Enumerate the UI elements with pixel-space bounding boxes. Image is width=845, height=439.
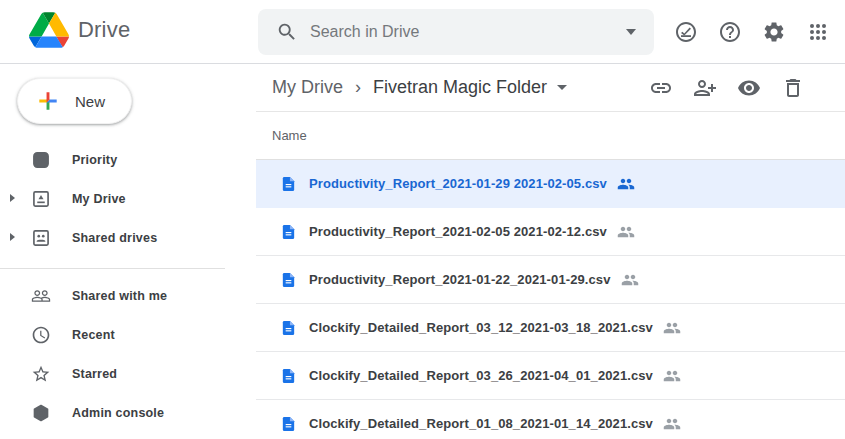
sidebar-item-label: My Drive — [72, 192, 126, 206]
file-name: Clockify_Detailed_Report_01_08_2021-01_1… — [309, 416, 653, 431]
breadcrumb-parent[interactable]: My Drive — [272, 77, 343, 98]
priority-icon — [31, 150, 51, 170]
file-row[interactable]: Clockify_Detailed_Report_03_12_2021-03_1… — [256, 304, 845, 352]
folder-toolbar: My Drive › Fivetran Magic Folder — [256, 64, 845, 112]
shared-people-icon — [617, 175, 635, 193]
folder-menu-caret-icon[interactable] — [557, 85, 567, 90]
sidebar-item-priority[interactable]: Priority — [0, 140, 256, 179]
help-icon[interactable] — [718, 20, 742, 44]
sidebar-item-label: Priority — [72, 153, 117, 167]
file-row[interactable]: Clockify_Detailed_Report_01_08_2021-01_1… — [256, 400, 845, 439]
sidebar-item-my-drive[interactable]: My Drive — [0, 179, 256, 218]
file-row[interactable]: Clockify_Detailed_Report_03_26_2021-04_0… — [256, 352, 845, 400]
file-row[interactable]: Productivity_Report_2021-01-22_2021-01-2… — [256, 256, 845, 304]
new-plus-icon — [35, 88, 61, 114]
main-content: My Drive › Fivetran Magic Folder — [256, 64, 845, 439]
drive-logo-icon — [29, 12, 69, 48]
sidebar-item-label: Starred — [72, 367, 117, 381]
shared-people-icon — [663, 319, 681, 337]
new-button[interactable]: New — [17, 78, 132, 124]
sidebar: New Priority My Drive — [0, 64, 256, 439]
settings-icon[interactable] — [762, 20, 786, 44]
sidebar-item-shared-with-me[interactable]: Shared with me — [0, 276, 256, 315]
breadcrumb-separator-icon: › — [355, 77, 361, 98]
shared-drives-icon — [31, 228, 51, 248]
search-input[interactable] — [310, 23, 626, 41]
file-name: Productivity_Report_2021-01-22_2021-01-2… — [309, 272, 611, 287]
sidebar-item-label: Shared with me — [72, 289, 167, 303]
csv-file-icon — [280, 318, 297, 338]
file-row[interactable]: Productivity_Report_2021-01-29 2021-02-0… — [256, 160, 845, 208]
link-icon[interactable] — [649, 76, 673, 100]
my-drive-icon — [31, 189, 51, 209]
expand-arrow-icon[interactable] — [10, 233, 15, 241]
csv-file-icon — [280, 414, 297, 434]
csv-file-icon — [280, 222, 297, 242]
shared-people-icon — [617, 223, 635, 241]
file-name: Clockify_Detailed_Report_03_12_2021-03_1… — [309, 320, 653, 335]
new-button-label: New — [75, 93, 105, 110]
search-icon — [276, 21, 298, 43]
search-options-caret-icon[interactable] — [626, 29, 636, 35]
breadcrumb: My Drive › Fivetran Magic Folder — [272, 77, 567, 98]
sidebar-divider — [0, 268, 225, 269]
file-name: Productivity_Report_2021-01-29 2021-02-0… — [309, 176, 607, 191]
sidebar-item-starred[interactable]: Starred — [0, 354, 256, 393]
expand-arrow-icon[interactable] — [10, 194, 15, 202]
trash-icon[interactable] — [781, 76, 805, 100]
sidebar-item-label: Admin console — [72, 406, 164, 420]
app-header: Drive — [0, 0, 845, 64]
sidebar-item-label: Recent — [72, 328, 115, 342]
sidebar-item-admin-console[interactable]: Admin console — [0, 393, 256, 432]
csv-file-icon — [280, 270, 297, 290]
shared-with-me-icon — [31, 286, 51, 306]
drive-logo[interactable]: Drive — [29, 12, 130, 48]
file-row[interactable]: Productivity_Report_2021-02-05 2021-02-1… — [256, 208, 845, 256]
column-header-name[interactable]: Name — [256, 112, 845, 160]
file-name: Clockify_Detailed_Report_03_26_2021-04_0… — [309, 368, 653, 383]
shared-people-icon — [663, 367, 681, 385]
sidebar-item-shared-drives[interactable]: Shared drives — [0, 218, 256, 257]
recent-icon — [31, 325, 51, 345]
breadcrumb-current-folder[interactable]: Fivetran Magic Folder — [373, 77, 547, 98]
shared-people-icon — [663, 415, 681, 433]
starred-icon — [31, 364, 51, 384]
search-bar[interactable] — [258, 9, 654, 55]
admin-console-icon — [31, 403, 51, 423]
file-name: Productivity_Report_2021-02-05 2021-02-1… — [309, 224, 607, 239]
csv-file-icon — [280, 366, 297, 386]
eye-icon[interactable] — [737, 76, 761, 100]
app-name: Drive — [78, 17, 130, 43]
apps-grid-icon[interactable] — [806, 20, 830, 44]
csv-file-icon — [280, 174, 297, 194]
person-add-icon[interactable] — [693, 76, 717, 100]
sidebar-item-recent[interactable]: Recent — [0, 315, 256, 354]
sidebar-item-label: Shared drives — [72, 231, 157, 245]
offline-status-icon[interactable] — [674, 20, 698, 44]
shared-people-icon — [621, 271, 639, 289]
